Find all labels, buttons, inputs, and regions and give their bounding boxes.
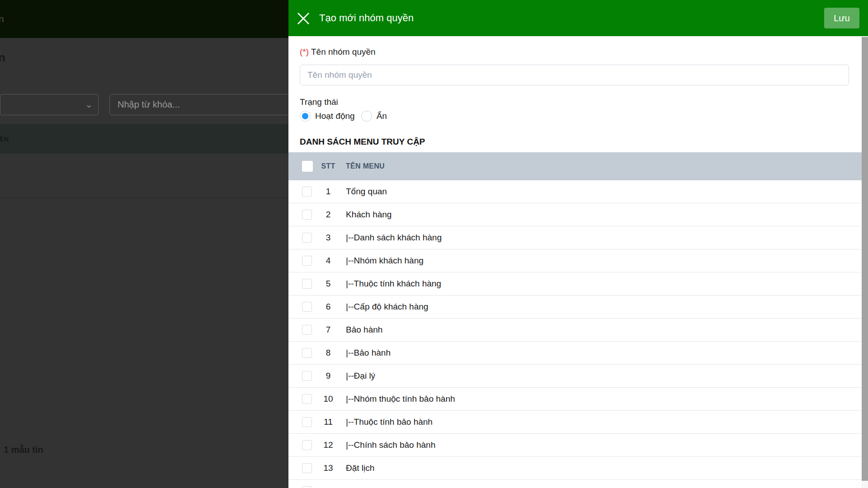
background-search-placeholder: Nhập từ khóa... xyxy=(118,99,180,110)
row-stt: 14 xyxy=(317,480,340,488)
background-page-heading-fragment: n xyxy=(0,51,5,65)
dimmed-background-page: n n ⌄ Nhập từ khóa... ỀN 1 mẫu tin xyxy=(0,0,288,488)
row-menu-name: |--Bảo hành xyxy=(346,342,391,364)
required-mark: (*) xyxy=(300,47,309,56)
table-row: 14|--Quản lý đặt lịch xyxy=(288,480,862,488)
table-row: 3|--Danh sách khách hàng xyxy=(288,226,862,249)
row-stt: 12 xyxy=(317,434,340,456)
group-name-label-text: Tên nhóm quyền xyxy=(311,47,376,56)
row-menu-name: |--Thuộc tính bảo hành xyxy=(346,411,433,433)
row-stt: 2 xyxy=(317,203,340,226)
select-all-checkbox[interactable] xyxy=(302,161,313,172)
background-nav-text-fragment: n xyxy=(0,14,4,24)
table-row: 4|--Nhóm khách hàng xyxy=(288,249,862,272)
status-label: Trạng thái xyxy=(300,97,338,107)
row-stt: 9 xyxy=(317,365,340,387)
row-menu-name: |--Cấp độ khách hàng xyxy=(346,296,428,318)
row-menu-name: |--Danh sách khách hàng xyxy=(346,226,442,249)
row-stt: 3 xyxy=(317,226,340,249)
row-menu-name: Khách hàng xyxy=(346,203,392,226)
row-stt: 4 xyxy=(317,249,340,272)
table-row: 11|--Thuộc tính bảo hành xyxy=(288,411,862,434)
row-stt: 7 xyxy=(317,319,340,341)
drawer-scrollbar[interactable] xyxy=(862,36,868,488)
column-header-stt: STT xyxy=(317,152,340,180)
row-menu-name: |--Chính sách bảo hành xyxy=(346,434,435,456)
menu-table-header: STT TÊN MENU xyxy=(288,152,862,180)
row-checkbox[interactable] xyxy=(302,256,312,266)
group-name-input[interactable] xyxy=(300,65,849,85)
row-checkbox[interactable] xyxy=(302,440,312,450)
row-checkbox[interactable] xyxy=(302,302,312,312)
row-menu-name: |--Nhóm thuộc tính bảo hành xyxy=(346,388,455,410)
table-row: 6|--Cấp độ khách hàng xyxy=(288,296,862,319)
table-row: 10|--Nhóm thuộc tính bảo hành xyxy=(288,388,862,411)
table-row: 5|--Thuộc tính khách hàng xyxy=(288,272,862,296)
background-row-divider xyxy=(0,197,288,198)
row-checkbox[interactable] xyxy=(302,486,312,488)
row-menu-name: Bảo hành xyxy=(346,319,382,341)
row-stt: 6 xyxy=(317,296,340,318)
status-option-hidden-label: Ẩn xyxy=(377,111,387,121)
row-checkbox[interactable] xyxy=(302,325,312,335)
row-checkbox[interactable] xyxy=(302,233,312,243)
row-checkbox[interactable] xyxy=(302,187,312,197)
background-filter-dropdown[interactable]: ⌄ xyxy=(0,94,99,115)
drawer-header: Tạo mới nhóm quyền Lưu xyxy=(288,0,868,36)
row-stt: 13 xyxy=(317,457,340,479)
row-menu-name: |--Đại lý xyxy=(346,365,375,387)
background-record-count: 1 mẫu tin xyxy=(4,445,43,455)
menu-table-rows: 1Tổng quan2Khách hàng3|--Danh sách khách… xyxy=(288,180,862,488)
row-checkbox[interactable] xyxy=(302,279,312,289)
row-menu-name: |--Quản lý đặt lịch xyxy=(346,480,413,488)
close-button[interactable] xyxy=(296,10,313,27)
create-permission-group-drawer: Tạo mới nhóm quyền Lưu (*) Tên nhóm quyề… xyxy=(288,0,868,488)
row-checkbox[interactable] xyxy=(302,463,312,473)
table-row: 12|--Chính sách bảo hành xyxy=(288,434,862,457)
row-checkbox[interactable] xyxy=(302,417,312,427)
table-row: 7Bảo hành xyxy=(288,319,862,342)
save-button[interactable]: Lưu xyxy=(824,8,859,28)
table-row: 9|--Đại lý xyxy=(288,365,862,388)
row-menu-name: Đặt lịch xyxy=(346,457,374,479)
scrollbar-thumb[interactable] xyxy=(862,37,868,481)
radio-selected-icon[interactable] xyxy=(300,111,311,122)
row-stt: 10 xyxy=(317,388,340,410)
row-stt: 11 xyxy=(317,411,340,433)
background-keyword-search-input[interactable]: Nhập từ khóa... xyxy=(109,94,290,115)
row-menu-name: Tổng quan xyxy=(346,180,387,203)
column-header-menu-name: TÊN MENU xyxy=(346,152,385,180)
row-checkbox[interactable] xyxy=(302,394,312,404)
table-row: 8|--Bảo hành xyxy=(288,342,862,365)
row-checkbox[interactable] xyxy=(302,371,312,381)
row-stt: 5 xyxy=(317,272,340,295)
status-option-hidden[interactable]: Ẩn xyxy=(361,111,387,122)
table-row: 2Khách hàng xyxy=(288,203,862,226)
status-option-active-label: Hoạt động xyxy=(315,111,355,121)
row-checkbox[interactable] xyxy=(302,210,312,220)
menu-access-section-heading: DANH SÁCH MENU TRUY CẬP xyxy=(300,137,425,147)
background-table-header-fragment: ỀN xyxy=(0,135,9,143)
close-icon xyxy=(296,11,313,26)
row-menu-name: |--Thuộc tính khách hàng xyxy=(346,272,441,295)
table-row: 13Đặt lịch xyxy=(288,457,862,480)
status-radio-group: Hoạt động Ẩn xyxy=(300,111,387,122)
background-top-navbar: n xyxy=(0,0,288,38)
row-checkbox[interactable] xyxy=(302,348,312,358)
background-table-header: ỀN xyxy=(0,124,288,154)
drawer-title: Tạo mới nhóm quyền xyxy=(319,0,414,36)
table-row: 1Tổng quan xyxy=(288,180,862,203)
status-option-active[interactable]: Hoạt động xyxy=(300,111,355,122)
group-name-label: (*) Tên nhóm quyền xyxy=(300,47,376,57)
chevron-down-icon: ⌄ xyxy=(85,99,93,110)
row-stt: 8 xyxy=(317,342,340,364)
row-menu-name: |--Nhóm khách hàng xyxy=(346,249,424,272)
radio-unselected-icon[interactable] xyxy=(361,111,372,122)
row-stt: 1 xyxy=(317,180,340,203)
